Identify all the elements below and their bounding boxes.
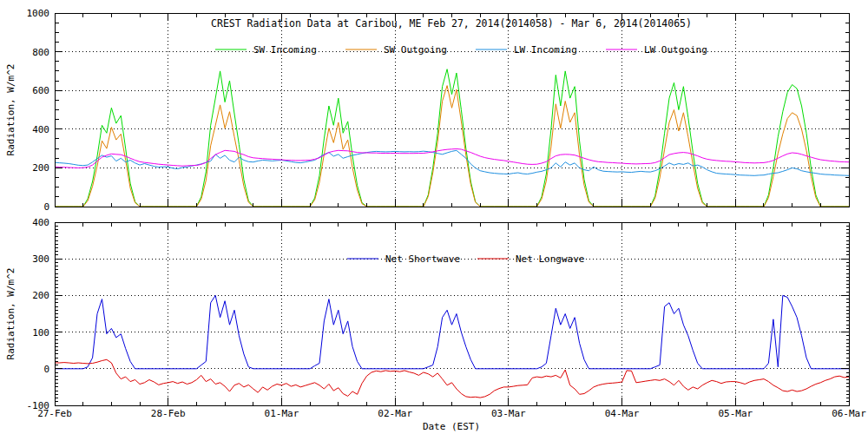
series-lw-incoming <box>55 150 849 175</box>
x-tick-label: 06-Mar <box>832 408 866 419</box>
radiation-plot-page: CREST Radiation Data at Caribou, ME Feb … <box>0 0 868 434</box>
x-tick-label: 04-Mar <box>605 408 640 419</box>
legend-label-lw-outgoing: LW Outgoing <box>644 44 707 56</box>
series-sw-outgoing <box>55 86 849 207</box>
x-tick-label: 27-Feb <box>37 408 72 419</box>
plot-frame-lower <box>55 222 849 405</box>
x-tick-label: 28-Feb <box>151 408 186 419</box>
y-tick-label: 300 <box>32 253 49 265</box>
y-axis-label-upper: Radiation, W/m^2 <box>5 64 16 156</box>
legend-label-sw-incoming: SW Incoming <box>253 44 317 56</box>
y-tick-label: 0 <box>43 364 49 375</box>
legend-label-sw-outgoing: SW Outgoing <box>384 44 447 56</box>
y-tick-label: 600 <box>32 85 49 96</box>
legend-label-lw-incoming: LW Incoming <box>514 44 577 56</box>
series-sw-incoming <box>55 69 849 207</box>
legend-label-net-shortwave: Net Shortwave <box>385 253 460 265</box>
plot-frame-upper <box>55 13 849 207</box>
y-tick-label: 1000 <box>27 8 50 19</box>
chart-title: CREST Radiation Data at Caribou, ME Feb … <box>211 17 692 30</box>
y-tick-label: 200 <box>32 290 49 301</box>
x-tick-label: 02-Mar <box>378 408 412 419</box>
y-tick-label: 800 <box>32 47 49 58</box>
y-tick-label: 0 <box>43 201 49 213</box>
y-axis-label-lower: Radiation, W/m^2 <box>5 268 16 360</box>
y-tick-label: 400 <box>32 124 49 135</box>
series-net-longwave <box>55 359 849 398</box>
x-tick-label: 05-Mar <box>718 408 753 419</box>
series-net-shortwave <box>55 295 849 368</box>
radiation-chart: CREST Radiation Data at Caribou, ME Feb … <box>0 0 868 434</box>
legend-label-net-longwave: Net Longwave <box>516 253 584 265</box>
x-tick-label: 03-Mar <box>491 408 526 419</box>
y-tick-label: 400 <box>32 217 49 228</box>
x-axis-label: Date (EST) <box>423 421 480 432</box>
y-tick-label: 100 <box>32 327 49 339</box>
y-tick-label: 200 <box>32 162 49 174</box>
x-tick-label: 01-Mar <box>265 408 299 419</box>
